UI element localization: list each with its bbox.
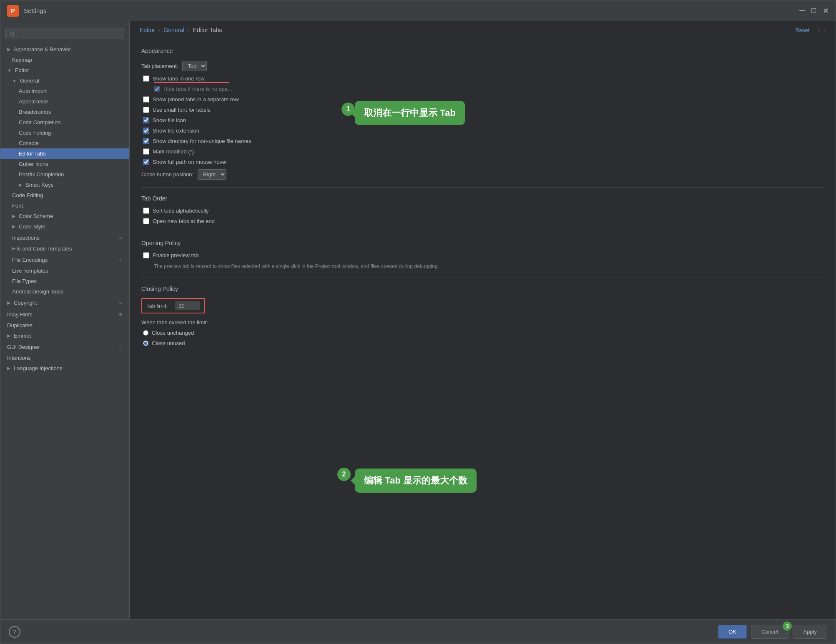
breadcrumb-current: Editor Tabs [193, 27, 222, 33]
sidebar-item-android-design-tools[interactable]: Android Design Tools [0, 286, 129, 297]
reset-button[interactable]: Reset [795, 27, 809, 33]
sidebar-item-breadcrumbs[interactable]: Breadcrumbs [0, 107, 129, 117]
file-encodings-badge: ≡ [117, 256, 124, 263]
footer-buttons: OK Cancel 3 Apply [718, 625, 827, 639]
sidebar-item-appearance-behavior[interactable]: ▶ Appearance & Behavior [0, 44, 129, 55]
file-icon-checkbox[interactable] [143, 117, 149, 123]
sidebar-item-live-templates[interactable]: Live Templates [0, 266, 129, 276]
tab-placement-row: Tab placement: Top [141, 61, 824, 71]
full-path-label: Show full path on mouse hover [153, 159, 227, 165]
sidebar-item-code-completion[interactable]: Code Completion [0, 117, 129, 128]
tab-order-title: Tab Order [141, 195, 824, 202]
sort-alpha-checkbox[interactable] [143, 208, 149, 214]
closing-policy-title: Closing Policy [141, 286, 824, 292]
gui-designer-badge: ≡ [117, 343, 124, 351]
sidebar-item-label: File and Code Templates [12, 246, 72, 252]
expand-icon: ▶ [12, 213, 15, 219]
sidebar-item-gutter-icons[interactable]: Gutter Icons [0, 159, 129, 169]
sidebar-item-copyright[interactable]: ▶ Copyright ≡ [0, 297, 129, 308]
breadcrumb-general[interactable]: General [163, 27, 184, 33]
sidebar-item-editor-tabs[interactable]: Editor Tabs [0, 148, 129, 159]
footer: ? OK Cancel 3 Apply [0, 619, 836, 644]
close-button-label: Close button position: [141, 171, 193, 178]
tab-placement-select[interactable]: Top [182, 61, 207, 71]
sidebar-item-gui-designer[interactable]: GUI Designer ≡ [0, 341, 129, 353]
close-unchanged-label: Close unchanged [152, 330, 194, 336]
sidebar-item-label: Inlay Hints [7, 311, 33, 318]
breadcrumb-editor[interactable]: Editor [140, 27, 155, 33]
step2-badge: 2 [337, 468, 351, 481]
sidebar-item-inspections[interactable]: Inspections ≡ [0, 232, 129, 243]
show-directory-checkbox[interactable] [143, 138, 149, 144]
small-font-checkbox[interactable] [143, 107, 149, 113]
forward-arrow[interactable]: › [823, 26, 826, 34]
show-full-path-row: Show full path on mouse hover [141, 159, 824, 165]
minimize-button[interactable]: ─ [799, 6, 805, 15]
sidebar-item-appearance[interactable]: Appearance [0, 96, 129, 107]
preview-info: The preview tab is reused to show files … [141, 263, 824, 270]
sidebar-item-intentions[interactable]: Intentions [0, 353, 129, 363]
hide-tabs-checkbox[interactable] [154, 86, 160, 92]
sidebar-item-file-types[interactable]: File Types [0, 276, 129, 286]
main-panel: Editor › General › Editor Tabs Reset ‹ ›… [130, 21, 836, 619]
expand-icon: ▶ [7, 300, 10, 306]
sidebar-item-language-injections[interactable]: ▶ Language Injections [0, 363, 129, 373]
sort-alpha-label: Sort tabs alphabetically [153, 208, 208, 214]
tab-limit-label: Tab limit: [146, 303, 168, 309]
opening-policy-title: Opening Policy [141, 240, 824, 246]
small-font-label: Use small font for labels [153, 107, 211, 113]
sidebar-item-label: Appearance & Behavior [14, 46, 71, 53]
close-unused-radio[interactable] [143, 341, 148, 346]
sidebar-item-code-folding[interactable]: Code Folding [0, 128, 129, 138]
help-button[interactable]: ? [9, 626, 20, 638]
enable-preview-checkbox[interactable] [143, 252, 149, 258]
tab-limit-input[interactable] [175, 301, 200, 310]
mark-modified-checkbox[interactable] [143, 148, 149, 155]
close-unchanged-radio[interactable] [143, 330, 148, 336]
when-exceed-label: When tabs exceed the limit: [141, 319, 824, 326]
sidebar-item-font[interactable]: Font [0, 200, 129, 211]
sidebar-item-code-editing[interactable]: Code Editing [0, 190, 129, 200]
settings-window: P Settings ─ □ ✕ ▶ Appearance & Behavior… [0, 0, 836, 644]
sidebar-item-smart-keys[interactable]: ▶ Smart Keys [0, 180, 129, 190]
full-path-checkbox[interactable] [143, 159, 149, 165]
sidebar-item-duplicates[interactable]: Duplicates [0, 320, 129, 331]
search-input[interactable] [5, 28, 124, 39]
breadcrumb-sep2: › [188, 27, 190, 33]
app-icon: P [7, 5, 19, 17]
show-pinned-checkbox[interactable] [143, 96, 149, 103]
show-tabs-checkbox[interactable] [143, 75, 149, 82]
apply-button[interactable]: Apply [793, 625, 827, 639]
sidebar-item-general[interactable]: ▼ General [0, 75, 129, 86]
sidebar-item-inlay-hints[interactable]: Inlay Hints ≡ [0, 308, 129, 320]
titlebar: P Settings ─ □ ✕ [0, 0, 836, 21]
sidebar-item-console[interactable]: Console [0, 138, 129, 148]
sidebar-item-keymap[interactable]: Keymap [0, 55, 129, 65]
maximize-button[interactable]: □ [811, 6, 816, 15]
expand-icon: ▼ [7, 68, 12, 73]
sort-alpha-row: Sort tabs alphabetically [141, 208, 824, 214]
sidebar-item-editor[interactable]: ▼ Editor [0, 65, 129, 75]
open-end-checkbox[interactable] [143, 218, 149, 224]
sidebar-item-file-code-templates[interactable]: File and Code Templates [0, 243, 129, 254]
close-unchanged-row: Close unchanged [141, 330, 824, 336]
divider2 [141, 232, 824, 232]
sidebar-item-file-encodings[interactable]: File Encodings ≡ [0, 254, 129, 266]
appearance-section: Appearance Tab placement: Top Show tabs … [141, 48, 824, 180]
sidebar-item-color-scheme[interactable]: ▶ Color Scheme [0, 211, 129, 221]
close-button[interactable]: ✕ [823, 6, 829, 15]
copyright-badge: ≡ [117, 299, 124, 306]
enable-preview-row: Enable preview tab [141, 252, 824, 258]
sidebar-item-postfix-completion[interactable]: Postfix Completion [0, 169, 129, 180]
close-button-select[interactable]: Right [198, 169, 226, 180]
sidebar-item-emmet[interactable]: ▶ Emmet [0, 331, 129, 341]
ok-button[interactable]: OK [718, 625, 747, 639]
sidebar-item-auto-import[interactable]: Auto Import [0, 86, 129, 96]
mark-modified-row: Mark modified (*) [141, 148, 824, 155]
sidebar-item-label: GUI Designer [7, 344, 40, 350]
file-ext-checkbox[interactable] [143, 128, 149, 134]
inlay-hints-badge: ≡ [117, 311, 124, 318]
sidebar-item-code-style[interactable]: ▶ Code Style [0, 221, 129, 232]
file-ext-label: Show file extension [153, 128, 199, 134]
back-arrow[interactable]: ‹ [818, 26, 820, 34]
